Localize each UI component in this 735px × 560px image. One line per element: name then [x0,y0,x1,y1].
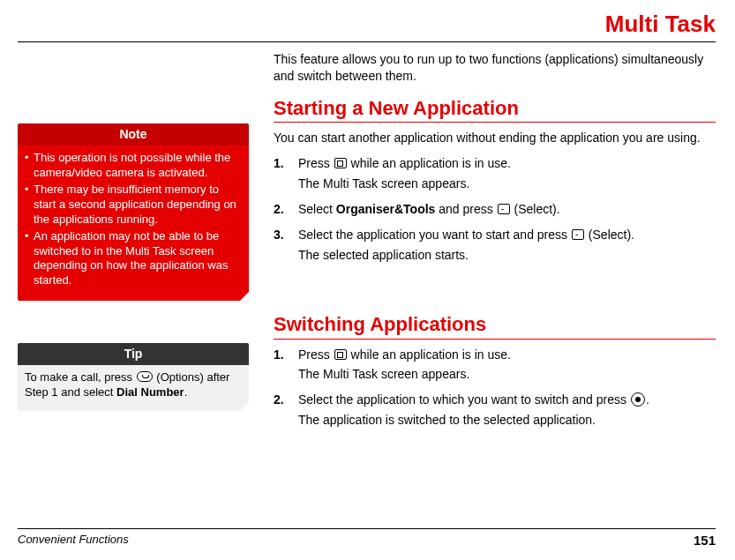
step-text: Select the application to which you want… [298,392,630,407]
step-text: Press [298,156,334,170]
tip-title: Tip [18,343,249,365]
main-content: This feature allows you to run up to two… [274,51,716,437]
step: 1. Press while an application is in use.… [274,155,716,192]
multitask-key-icon [334,158,347,168]
note-body: This operation is not possible while the… [18,146,249,301]
step-number: 2. [274,392,289,429]
sidebar: Note This operation is not possible whil… [18,51,249,437]
section-title: Starting a New Application [274,95,716,123]
step-sub: The selected application starts. [298,247,716,264]
multitask-key-icon [334,349,347,360]
step-body: Press while an application is in use. Th… [298,155,716,192]
step-sub: The Multi Task screen appears. [298,175,716,192]
step: 3. Select the application you want to st… [274,227,716,264]
step-number: 1. [274,155,289,192]
tip-text: To make a call, press [25,370,136,384]
step-body: Select Organiser&Tools and press (Select… [298,201,716,218]
step-bold: Organiser&Tools [336,202,436,216]
step-text: . [646,392,649,407]
step-text: and press [435,202,496,216]
step-text: while an application is in use. [348,156,511,170]
step-body: Select the application to which you want… [298,392,716,429]
note-callout: Note This operation is not possible whil… [18,123,249,301]
step-text: (Select). [511,202,560,216]
note-item: This operation is not possible while the… [25,151,242,181]
page-number: 151 [694,533,716,548]
footer: Convenient Functions 151 [18,528,716,548]
content-row: Note This operation is not possible whil… [18,51,716,437]
step-number: 2. [274,201,289,218]
intro-text: This feature allows you to run up to two… [274,51,716,85]
tip-callout: Tip To make a call, press (Options) afte… [18,343,249,411]
step-text: while an application is in use. [348,347,511,362]
note-item: There may be insufficient memory to star… [25,183,242,228]
step: 1. Press while an application is in use.… [274,347,716,384]
footer-section: Convenient Functions [18,533,129,548]
step: 2. Select Organiser&Tools and press (Sel… [274,201,716,218]
note-title: Note [18,123,249,146]
select-key-icon [498,204,510,214]
step-sub: The Multi Task screen appears. [298,366,716,383]
step-number: 1. [274,347,289,384]
options-key-icon [137,371,153,382]
step: 2. Select the application to which you w… [274,392,716,429]
section-lead: You can start another application withou… [274,130,716,146]
tip-text: . [184,385,188,399]
tip-bold: Dial Number [116,385,184,399]
step-body: Press while an application is in use. Th… [298,347,716,384]
note-item: An application may not be able to be swi… [25,229,242,289]
step-text: Press [298,347,334,362]
select-key-icon [572,229,584,240]
section-title: Switching Applications [274,311,716,340]
step-text: Select [298,202,336,216]
step-number: 3. [274,227,289,264]
tip-body: To make a call, press (Options) after St… [18,365,249,411]
step-text: (Select). [585,228,634,242]
center-key-icon [631,392,645,407]
step-sub: The application is switched to the selec… [298,412,716,429]
page-title: Multi Task [18,11,716,42]
step-text: Select the application you want to start… [298,228,571,242]
step-body: Select the application you want to start… [298,227,716,264]
